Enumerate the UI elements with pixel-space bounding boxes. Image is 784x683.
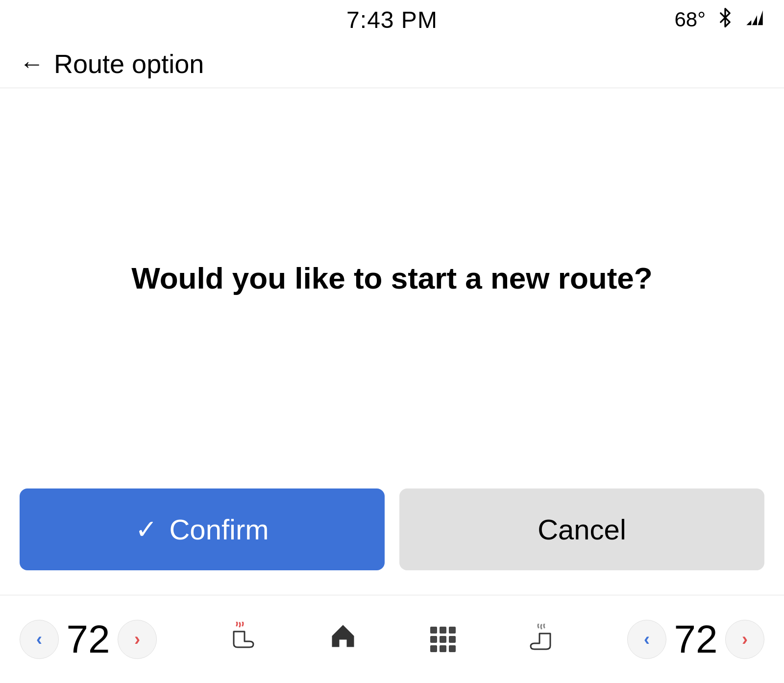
- left-number: 72: [64, 617, 113, 662]
- status-time: 7:43 PM: [346, 6, 438, 33]
- bottom-home: [328, 621, 358, 658]
- bluetooth-icon: [715, 8, 735, 32]
- grid-icon: [430, 627, 456, 652]
- header: ← Route option: [0, 39, 784, 88]
- svg-marker-1: [752, 15, 757, 25]
- steam-shoe-right-icon: [529, 624, 554, 655]
- checkmark-icon: ✓: [135, 514, 157, 545]
- bottom-bar: ‹ 72 ›: [0, 595, 784, 683]
- back-arrow-icon: ←: [20, 51, 44, 76]
- chevron-right-icon: ›: [134, 629, 140, 650]
- left-next-button[interactable]: ›: [118, 620, 157, 659]
- right-prev-button[interactable]: ‹: [627, 620, 666, 659]
- status-right-icons: 68°: [674, 8, 764, 32]
- confirm-button[interactable]: ✓ Confirm: [20, 488, 385, 570]
- bottom-steam-left: [230, 622, 255, 657]
- status-temperature: 68°: [674, 8, 706, 31]
- right-next-button[interactable]: ›: [725, 620, 764, 659]
- main-content: Would you like to start a new route?: [0, 88, 784, 469]
- right-chevron-left-icon: ‹: [644, 629, 650, 650]
- home-icon: [328, 621, 358, 658]
- bottom-left-section: ‹ 72 ›: [20, 617, 157, 662]
- signal-icon: [745, 9, 764, 30]
- main-question: Would you like to start a new route?: [131, 259, 652, 298]
- right-chevron-right-icon: ›: [742, 629, 748, 650]
- bottom-right-section: ‹ 72 ›: [627, 617, 764, 662]
- back-button[interactable]: ← Route option: [20, 49, 204, 79]
- action-buttons: ✓ Confirm Cancel: [0, 469, 784, 595]
- bottom-steam-right: [529, 624, 554, 655]
- left-prev-button[interactable]: ‹: [20, 620, 59, 659]
- svg-marker-0: [746, 20, 751, 25]
- cancel-button[interactable]: Cancel: [399, 488, 764, 570]
- right-number: 72: [671, 617, 720, 662]
- status-bar: 7:43 PM 68°: [0, 0, 784, 39]
- chevron-left-icon: ‹: [36, 629, 42, 650]
- cancel-label: Cancel: [538, 513, 626, 546]
- bottom-grid: [430, 627, 456, 652]
- confirm-label: Confirm: [169, 513, 269, 546]
- steam-shoe-left-icon: [230, 622, 255, 657]
- page-title: Route option: [54, 49, 204, 79]
- svg-marker-2: [758, 10, 763, 25]
